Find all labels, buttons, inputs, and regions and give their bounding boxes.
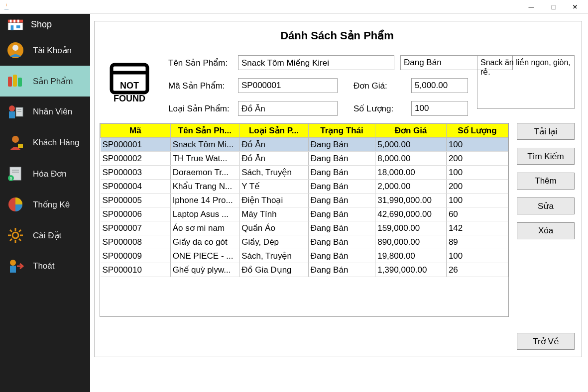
cell-sl: 100 [446, 138, 508, 152]
table-row[interactable]: SP000007Áo sơ mi namQuần ÁoĐang Bán159,0… [101, 221, 508, 235]
table-row[interactable]: SP000008Giầy da co gótGiầy, DépĐang Bán8… [101, 235, 508, 249]
java-icon [2, 2, 11, 11]
cell-loai: Điện Thoại [239, 194, 309, 207]
stats-icon [7, 196, 24, 213]
table-row[interactable]: SP000006Laptop Asus ...Máy TínhĐang Bán4… [101, 207, 508, 221]
product-table[interactable]: Mã Tên Sản Ph... Loại Sản P... Trạng Thá… [100, 123, 509, 317]
products-icon [7, 73, 24, 90]
input-loai[interactable] [238, 101, 338, 116]
cell-tt: Đang Bán [308, 138, 375, 152]
window-maximize-button[interactable] [542, 0, 564, 14]
cell-sl: 200 [446, 152, 508, 166]
sidebar-item-hoadon[interactable]: $ Hóa Đơn [0, 158, 90, 189]
label-soluong: Số Lượng: [353, 103, 405, 114]
col-tt[interactable]: Trạng Thái [308, 124, 375, 138]
cell-ma: SP000010 [101, 263, 171, 277]
user-icon [7, 42, 24, 59]
page-title: Dánh Sách Sản Phẩm [100, 29, 575, 42]
cell-tt: Đang Bán [308, 194, 375, 207]
sidebar-item-label: Khách Hàng [33, 138, 80, 148]
sidebar-item-caidat[interactable]: Cài Đặt [0, 220, 90, 251]
cell-ma: SP000006 [101, 207, 171, 221]
delete-button[interactable]: Xóa [517, 222, 575, 239]
col-gia[interactable]: Đơn Giá [375, 124, 447, 138]
sidebar-item-label: Hóa Đơn [33, 169, 67, 179]
svg-point-33 [10, 260, 16, 266]
sidebar-item-taikhoan[interactable]: Tài Khoản [0, 35, 90, 66]
sidebar-item-label: Thoát [33, 261, 54, 271]
label-ma: Mã Sản Phẩm: [168, 81, 232, 91]
cell-gia: 890,000.00 [375, 235, 447, 249]
svg-line-29 [10, 230, 12, 232]
label-dongia: Đơn Giá: [353, 81, 405, 91]
description-box[interactable]: Snack ăn liền ngon, giòn, rẻ. [477, 55, 575, 109]
cell-tt: Đang Bán [308, 263, 375, 277]
sidebar-item-sanpham[interactable]: Sản Phẩm [0, 66, 90, 97]
table-row[interactable]: SP000001Snack Tôm Mi...Đồ ĂnĐang Bán5,00… [101, 138, 508, 152]
cell-sl: 142 [446, 221, 508, 235]
col-loai[interactable]: Loại Sản P... [239, 124, 309, 138]
sidebar-item-thongke[interactable]: Thống Kê [0, 189, 90, 220]
input-soluong[interactable] [411, 101, 468, 116]
cell-tt: Đang Bán [308, 249, 375, 263]
svg-text:$: $ [10, 176, 12, 181]
table-row[interactable]: SP000002 TH True Wat...Đồ ĂnĐang Bán8,00… [101, 152, 508, 166]
cell-sl: 89 [446, 235, 508, 249]
sidebar-item-thoat[interactable]: Thoát [0, 251, 90, 282]
sidebar-item-label: Cài Đặt [33, 230, 61, 241]
add-button[interactable]: Thêm [517, 173, 575, 190]
cell-ten: Doraemon Tr... [170, 166, 239, 180]
cell-ma: SP000001 [101, 138, 171, 152]
sidebar-item-label: Sản Phẩm [33, 76, 73, 87]
logout-icon[interactable] [570, 0, 585, 13]
sidebar-item-label: Thống Kê [33, 199, 70, 210]
svg-rect-5 [16, 25, 20, 28]
input-dongia[interactable] [411, 78, 468, 93]
svg-rect-8 [8, 77, 12, 87]
col-sl[interactable]: Số Lượng [446, 124, 508, 138]
cell-ten: TH True Wat... [170, 152, 239, 166]
cell-gia: 8,000.00 [375, 152, 447, 166]
back-button[interactable]: Trở Về [517, 333, 575, 350]
cell-loai: Quần Áo [239, 221, 309, 235]
cell-tt: Đang Bán [308, 235, 375, 249]
table-row[interactable]: SP000003Doraemon Tr...Sách, TruyệnĐang B… [101, 166, 508, 180]
svg-rect-34 [10, 266, 16, 273]
sidebar-item-khachhang[interactable]: Khách Hàng [0, 127, 90, 158]
table-row[interactable]: SP000004Khẩu Trang N...Y TếĐang Bán2,000… [101, 180, 508, 194]
cell-ma: SP000007 [101, 221, 171, 235]
input-ten[interactable] [238, 55, 394, 70]
cell-gia: 31,990,000.00 [375, 194, 447, 207]
cell-ten: Khẩu Trang N... [170, 180, 239, 194]
cell-ten: Áo sơ mi nam [170, 221, 239, 235]
customer-icon [7, 134, 24, 151]
cell-ma: SP000004 [101, 180, 171, 194]
cell-loai: Máy Tính [239, 207, 309, 221]
col-ten[interactable]: Tên Sản Ph... [170, 124, 239, 138]
cell-sl: 200 [446, 180, 508, 194]
cell-ten: ONE PIECE - ... [170, 249, 239, 263]
cell-tt: Đang Bán [308, 180, 375, 194]
edit-button[interactable]: Sửa [517, 197, 575, 214]
svg-rect-10 [18, 78, 22, 87]
col-ma[interactable]: Mã [101, 124, 171, 138]
svg-text:NOT: NOT [120, 81, 139, 91]
input-ma[interactable] [238, 78, 338, 93]
reload-button[interactable]: Tải lại [517, 123, 575, 140]
titlebar [0, 0, 588, 14]
svg-rect-13 [16, 107, 23, 116]
svg-line-31 [10, 239, 12, 241]
svg-point-16 [12, 136, 19, 143]
gear-icon [7, 227, 24, 244]
sidebar-item-nhanvien[interactable]: Nhân Viên [0, 97, 90, 127]
cell-loai: Đồ Ăn [239, 152, 309, 166]
cell-loai: Giầy, Dép [239, 235, 309, 249]
cell-ma: SP000005 [101, 194, 171, 207]
cell-ma: SP000009 [101, 249, 171, 263]
search-button[interactable]: Tìm Kiếm [517, 148, 575, 165]
table-row[interactable]: SP000009ONE PIECE - ...Sách, TruyệnĐang … [101, 249, 508, 263]
table-row[interactable]: SP000010Ghế quỳ plyw...Đồ Gia DụngĐang B… [101, 263, 508, 277]
window-minimize-button[interactable] [520, 0, 542, 14]
table-row[interactable]: SP000005Iphone 14 Pro...Điện ThoạiĐang B… [101, 194, 508, 207]
svg-point-24 [12, 232, 18, 238]
